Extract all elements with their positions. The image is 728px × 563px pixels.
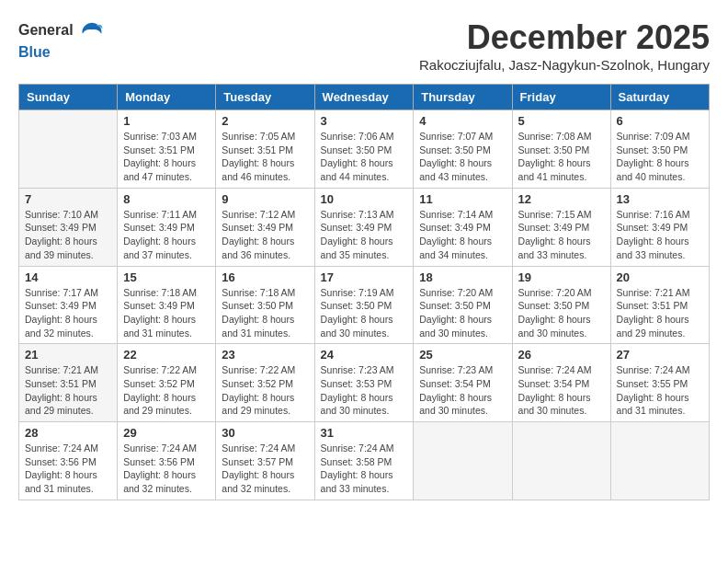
calendar-cell: 6Sunrise: 7:09 AM Sunset: 3:50 PM Daylig… xyxy=(610,110,709,189)
day-number: 4 xyxy=(419,114,506,128)
calendar-title: December 2025 xyxy=(419,18,710,57)
day-number: 31 xyxy=(321,426,408,440)
calendar-cell xyxy=(19,110,118,189)
day-info: Sunrise: 7:13 AM Sunset: 3:49 PM Dayligh… xyxy=(321,208,408,262)
calendar-header-row: SundayMondayTuesdayWednesdayThursdayFrid… xyxy=(19,85,710,110)
day-info: Sunrise: 7:24 AM Sunset: 3:58 PM Dayligh… xyxy=(321,442,408,496)
day-number: 23 xyxy=(222,348,308,362)
day-number: 18 xyxy=(419,270,506,284)
day-info: Sunrise: 7:22 AM Sunset: 3:52 PM Dayligh… xyxy=(222,363,308,418)
day-info: Sunrise: 7:23 AM Sunset: 3:54 PM Dayligh… xyxy=(419,363,506,418)
calendar-cell: 24Sunrise: 7:23 AM Sunset: 3:53 PM Dayli… xyxy=(314,344,414,422)
day-info: Sunrise: 7:24 AM Sunset: 3:57 PM Dayligh… xyxy=(222,442,308,496)
calendar-cell: 16Sunrise: 7:18 AM Sunset: 3:50 PM Dayli… xyxy=(216,266,314,344)
logo-blue: Blue xyxy=(18,44,105,61)
day-number: 11 xyxy=(419,192,506,206)
day-number: 29 xyxy=(123,426,210,440)
day-info: Sunrise: 7:21 AM Sunset: 3:51 PM Dayligh… xyxy=(617,286,703,340)
header-wednesday: Wednesday xyxy=(314,85,414,110)
header-tuesday: Tuesday xyxy=(216,85,314,110)
calendar-cell: 10Sunrise: 7:13 AM Sunset: 3:49 PM Dayli… xyxy=(314,188,414,266)
calendar-cell: 15Sunrise: 7:18 AM Sunset: 3:49 PM Dayli… xyxy=(118,266,216,344)
day-info: Sunrise: 7:18 AM Sunset: 3:50 PM Dayligh… xyxy=(222,286,308,340)
day-info: Sunrise: 7:24 AM Sunset: 3:56 PM Dayligh… xyxy=(25,442,111,496)
calendar-cell: 14Sunrise: 7:17 AM Sunset: 3:49 PM Dayli… xyxy=(19,266,118,344)
header-thursday: Thursday xyxy=(414,85,512,110)
calendar-cell: 26Sunrise: 7:24 AM Sunset: 3:54 PM Dayli… xyxy=(512,344,610,422)
calendar-cell: 1Sunrise: 7:03 AM Sunset: 3:51 PM Daylig… xyxy=(118,110,216,189)
header-saturday: Saturday xyxy=(610,85,709,110)
calendar-cell: 23Sunrise: 7:22 AM Sunset: 3:52 PM Dayli… xyxy=(216,344,314,422)
header-friday: Friday xyxy=(512,85,610,110)
calendar-cell: 17Sunrise: 7:19 AM Sunset: 3:50 PM Dayli… xyxy=(314,266,414,344)
week-row-1: 1Sunrise: 7:03 AM Sunset: 3:51 PM Daylig… xyxy=(19,110,710,189)
day-info: Sunrise: 7:05 AM Sunset: 3:51 PM Dayligh… xyxy=(222,130,308,184)
day-number: 10 xyxy=(321,192,408,206)
day-number: 16 xyxy=(222,270,308,284)
day-info: Sunrise: 7:19 AM Sunset: 3:50 PM Dayligh… xyxy=(321,286,408,340)
day-number: 14 xyxy=(25,270,111,284)
calendar-cell: 8Sunrise: 7:11 AM Sunset: 3:49 PM Daylig… xyxy=(118,188,216,266)
calendar-cell: 5Sunrise: 7:08 AM Sunset: 3:50 PM Daylig… xyxy=(512,110,610,189)
day-info: Sunrise: 7:23 AM Sunset: 3:53 PM Dayligh… xyxy=(321,363,408,418)
week-row-4: 21Sunrise: 7:21 AM Sunset: 3:51 PM Dayli… xyxy=(19,344,710,422)
day-number: 6 xyxy=(617,114,703,128)
day-info: Sunrise: 7:09 AM Sunset: 3:50 PM Dayligh… xyxy=(617,130,703,184)
day-info: Sunrise: 7:14 AM Sunset: 3:49 PM Dayligh… xyxy=(419,208,506,262)
day-number: 1 xyxy=(123,114,210,128)
day-number: 19 xyxy=(518,270,605,284)
calendar-subtitle: Rakocziujfalu, Jasz-Nagykun-Szolnok, Hun… xyxy=(419,57,710,73)
calendar-cell: 31Sunrise: 7:24 AM Sunset: 3:58 PM Dayli… xyxy=(314,422,414,500)
day-number: 3 xyxy=(321,114,408,128)
calendar-cell: 20Sunrise: 7:21 AM Sunset: 3:51 PM Dayli… xyxy=(610,266,709,344)
day-info: Sunrise: 7:06 AM Sunset: 3:50 PM Dayligh… xyxy=(321,130,408,184)
day-number: 12 xyxy=(518,192,605,206)
logo-bird-icon xyxy=(79,18,105,44)
day-info: Sunrise: 7:07 AM Sunset: 3:50 PM Dayligh… xyxy=(419,130,506,184)
calendar-cell: 22Sunrise: 7:22 AM Sunset: 3:52 PM Dayli… xyxy=(118,344,216,422)
calendar-cell: 28Sunrise: 7:24 AM Sunset: 3:56 PM Dayli… xyxy=(19,422,118,500)
day-number: 15 xyxy=(123,270,210,284)
day-number: 7 xyxy=(25,192,111,206)
day-number: 25 xyxy=(419,348,506,362)
day-number: 13 xyxy=(617,192,703,206)
calendar-table: SundayMondayTuesdayWednesdayThursdayFrid… xyxy=(18,84,710,500)
calendar-cell: 30Sunrise: 7:24 AM Sunset: 3:57 PM Dayli… xyxy=(216,422,314,500)
day-info: Sunrise: 7:15 AM Sunset: 3:49 PM Dayligh… xyxy=(518,208,605,262)
logo: General Blue xyxy=(18,18,105,61)
day-number: 28 xyxy=(25,426,111,440)
day-number: 5 xyxy=(518,114,605,128)
day-number: 26 xyxy=(518,348,605,362)
calendar-cell: 18Sunrise: 7:20 AM Sunset: 3:50 PM Dayli… xyxy=(414,266,512,344)
day-info: Sunrise: 7:16 AM Sunset: 3:49 PM Dayligh… xyxy=(617,208,703,262)
header-sunday: Sunday xyxy=(19,85,118,110)
day-number: 20 xyxy=(617,270,703,284)
calendar-cell: 9Sunrise: 7:12 AM Sunset: 3:49 PM Daylig… xyxy=(216,188,314,266)
day-number: 21 xyxy=(25,348,111,362)
calendar-cell: 2Sunrise: 7:05 AM Sunset: 3:51 PM Daylig… xyxy=(216,110,314,189)
day-info: Sunrise: 7:24 AM Sunset: 3:55 PM Dayligh… xyxy=(617,363,703,418)
header-monday: Monday xyxy=(118,85,216,110)
day-number: 30 xyxy=(222,426,308,440)
calendar-cell: 19Sunrise: 7:20 AM Sunset: 3:50 PM Dayli… xyxy=(512,266,610,344)
calendar-cell: 7Sunrise: 7:10 AM Sunset: 3:49 PM Daylig… xyxy=(19,188,118,266)
week-row-3: 14Sunrise: 7:17 AM Sunset: 3:49 PM Dayli… xyxy=(19,266,710,344)
day-info: Sunrise: 7:24 AM Sunset: 3:56 PM Dayligh… xyxy=(123,442,210,496)
day-info: Sunrise: 7:20 AM Sunset: 3:50 PM Dayligh… xyxy=(419,286,506,340)
day-number: 9 xyxy=(222,192,308,206)
day-number: 17 xyxy=(321,270,408,284)
day-number: 8 xyxy=(123,192,210,206)
day-info: Sunrise: 7:17 AM Sunset: 3:49 PM Dayligh… xyxy=(25,286,111,340)
day-info: Sunrise: 7:22 AM Sunset: 3:52 PM Dayligh… xyxy=(123,363,210,418)
calendar-cell xyxy=(414,422,512,500)
day-number: 27 xyxy=(617,348,703,362)
day-info: Sunrise: 7:08 AM Sunset: 3:50 PM Dayligh… xyxy=(518,130,605,184)
calendar-cell: 25Sunrise: 7:23 AM Sunset: 3:54 PM Dayli… xyxy=(414,344,512,422)
title-block: December 2025 Rakocziujfalu, Jasz-Nagyku… xyxy=(419,18,710,80)
day-info: Sunrise: 7:18 AM Sunset: 3:49 PM Dayligh… xyxy=(123,286,210,340)
calendar-cell: 13Sunrise: 7:16 AM Sunset: 3:49 PM Dayli… xyxy=(610,188,709,266)
calendar-cell: 3Sunrise: 7:06 AM Sunset: 3:50 PM Daylig… xyxy=(314,110,414,189)
calendar-cell: 27Sunrise: 7:24 AM Sunset: 3:55 PM Dayli… xyxy=(610,344,709,422)
page-header: General Blue December 2025 Rakocziujfalu… xyxy=(18,18,710,80)
calendar-cell xyxy=(610,422,709,500)
